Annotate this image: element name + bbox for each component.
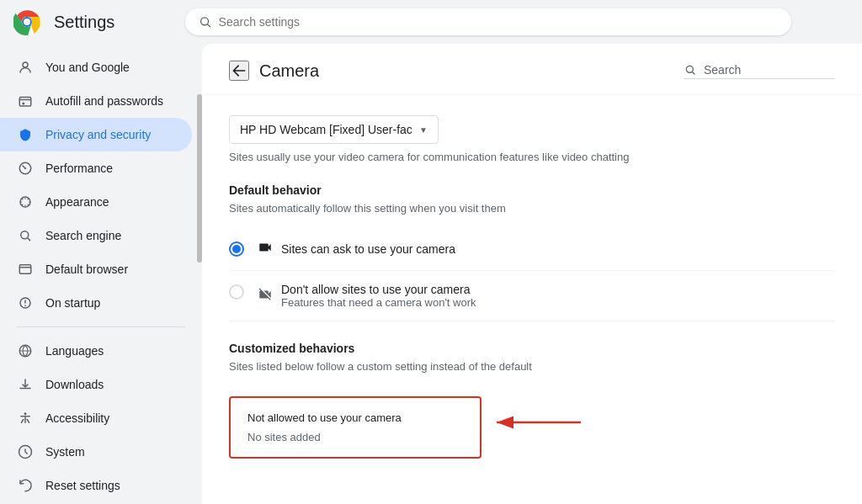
search-engine-icon [17, 227, 34, 244]
content-search-icon [684, 63, 697, 77]
sidebar-label-appearance: Appearance [45, 195, 109, 209]
content-search-label: Search [704, 63, 741, 77]
main-content: Camera Search HP HD Webcam [Fixed] User-… [202, 44, 862, 504]
default-behavior-desc: Sites automatically follow this setting … [229, 202, 835, 215]
browser-icon [17, 261, 34, 278]
shield-icon [17, 126, 34, 143]
camera-description: Sites usually use your video camera for … [229, 151, 835, 163]
camera-device-label: HP HD Webcam [Fixed] User-fac [240, 123, 412, 136]
sidebar-item-search-engine[interactable]: Search engine [0, 219, 192, 252]
system-icon [17, 443, 34, 460]
sidebar-item-you-and-google[interactable]: You and Google [0, 50, 192, 84]
downloads-icon [17, 376, 34, 393]
sidebar-label-you-and-google: You and Google [45, 61, 130, 74]
customized-behaviors-desc: Sites listed below follow a custom setti… [229, 360, 835, 373]
content-title-row: Camera [229, 61, 319, 81]
customized-behaviors-title: Customized behaviors [229, 342, 835, 355]
sidebar-label-autofill: Autofill and passwords [45, 94, 163, 108]
svg-point-11 [24, 412, 27, 415]
header-search-input[interactable] [219, 15, 779, 29]
header: Settings [0, 0, 862, 44]
sidebar-item-appearance[interactable]: Appearance [0, 185, 192, 219]
radio-allow-content: Sites can ask to use your camera [258, 240, 455, 258]
search-bar[interactable] [185, 8, 791, 35]
sidebar-item-system[interactable]: System [0, 435, 192, 469]
radio-block-content: Don't allow sites to use your camera Fea… [258, 283, 476, 309]
svg-point-8 [21, 231, 29, 239]
content-search: Search [684, 63, 835, 79]
chrome-logo-icon [13, 8, 40, 35]
sidebar-item-privacy[interactable]: Privacy and security [0, 118, 192, 151]
radio-allow-label: Sites can ask to use your camera [281, 242, 455, 256]
customized-behaviors-section: Customized behaviors Sites listed below … [229, 342, 835, 459]
annotation-arrow-icon [488, 406, 589, 439]
performance-icon [17, 160, 34, 177]
sidebar: You and Google Autofill and passwords Pr… [0, 44, 202, 504]
back-button[interactable] [229, 61, 249, 81]
autofill-icon [17, 93, 34, 109]
not-allowed-empty: No sites added [247, 431, 463, 443]
reset-icon [17, 477, 34, 494]
sidebar-scrollbar[interactable] [197, 94, 202, 263]
page-title: Settings [54, 13, 114, 32]
sidebar-item-languages[interactable]: Languages [0, 334, 192, 368]
sidebar-label-on-startup: On startup [45, 296, 100, 310]
sidebar-label-search-engine: Search engine [45, 229, 121, 242]
sidebar-label-languages: Languages [45, 344, 104, 358]
search-icon [199, 15, 211, 29]
appearance-icon [17, 194, 34, 210]
sidebar-label-accessibility: Accessibility [45, 411, 109, 425]
not-allowed-title: Not allowed to use your camera [247, 411, 463, 424]
dropdown-arrow-icon: ▼ [419, 125, 428, 135]
accessibility-icon [17, 410, 34, 427]
radio-block-label: Don't allow sites to use your camera [281, 283, 476, 296]
svg-point-5 [22, 103, 24, 105]
radio-option-allow[interactable]: Sites can ask to use your camera [229, 228, 835, 271]
radio-allow-selected [229, 241, 244, 257]
sidebar-item-performance[interactable]: Performance [0, 151, 192, 185]
radio-block-text: Don't allow sites to use your camera Fea… [281, 283, 476, 309]
startup-icon [17, 294, 34, 311]
radio-allow-text: Sites can ask to use your camera [281, 242, 455, 256]
default-behavior-title: Default behavior [229, 183, 835, 197]
sidebar-label-default-browser: Default browser [45, 263, 128, 276]
svg-rect-9 [19, 265, 31, 274]
sidebar-label-performance: Performance [45, 162, 113, 175]
languages-icon [17, 342, 34, 359]
person-icon [17, 59, 34, 76]
svg-point-1 [24, 19, 30, 25]
not-allowed-box: Not allowed to use your camera No sites … [229, 396, 482, 459]
sidebar-item-autofill[interactable]: Autofill and passwords [0, 84, 192, 118]
sidebar-label-reset: Reset settings [45, 479, 120, 492]
sidebar-divider [17, 326, 185, 327]
not-allowed-container: Not allowed to use your camera No sites … [229, 386, 835, 459]
svg-point-3 [23, 62, 28, 67]
default-behavior-section: Default behavior Sites automatically fol… [229, 183, 835, 321]
radio-block-sublabel: Features that need a camera won't work [281, 296, 476, 309]
sidebar-item-default-browser[interactable]: Default browser [0, 252, 192, 286]
content-header: Camera Search [202, 44, 862, 95]
header-search-container [185, 8, 791, 35]
sidebar-label-privacy: Privacy and security [45, 128, 151, 141]
sidebar-label-system: System [45, 445, 85, 459]
radio-option-block[interactable]: Don't allow sites to use your camera Fea… [229, 271, 835, 321]
sidebar-item-reset[interactable]: Reset settings [0, 469, 192, 502]
layout: You and Google Autofill and passwords Pr… [0, 44, 862, 504]
camera-allow-icon [258, 240, 273, 258]
svg-rect-4 [19, 98, 31, 107]
sidebar-item-accessibility[interactable]: Accessibility [0, 401, 192, 435]
camera-block-icon [258, 287, 273, 305]
content-page-title: Camera [259, 61, 319, 81]
sidebar-item-on-startup[interactable]: On startup [0, 286, 192, 320]
sidebar-item-downloads[interactable]: Downloads [0, 368, 192, 401]
sidebar-label-downloads: Downloads [45, 378, 104, 391]
content-body: HP HD Webcam [Fixed] User-fac ▼ Sites us… [202, 95, 862, 479]
camera-select-dropdown[interactable]: HP HD Webcam [Fixed] User-fac ▼ [229, 115, 439, 144]
svg-point-12 [686, 66, 693, 72]
radio-block-unselected [229, 284, 244, 300]
svg-point-6 [24, 167, 26, 169]
